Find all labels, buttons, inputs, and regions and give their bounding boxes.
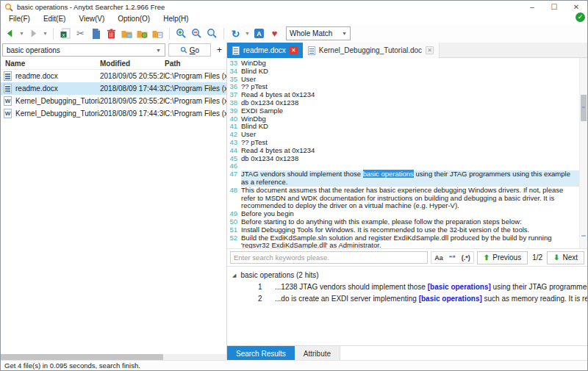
document-line: 40WinDbg <box>227 115 579 123</box>
text-run: Before starting to do anything with this… <box>241 217 522 226</box>
file-name-cell: Kernel_Debugging_Tutorial.... <box>1 96 100 106</box>
column-header-path[interactable]: Path <box>165 60 226 68</box>
menu-item-edit[interactable]: Edit(E) <box>37 15 73 23</box>
result-item[interactable]: 2...do is create an EXDI server implemen… <box>227 292 587 304</box>
menu-item-option[interactable]: Option(O) <box>111 15 157 23</box>
file-name-cell: readme.docx <box>1 84 100 93</box>
bottom-tab-bar: Search ResultsAttribute <box>227 345 587 360</box>
line-text: User <box>241 76 579 84</box>
text-run: Before you begin <box>241 209 294 217</box>
file-row[interactable]: Kernel_Debugging_Tutorial....2018/08/09 … <box>1 107 226 120</box>
document-tab[interactable]: readme.docx✕ <box>227 43 303 58</box>
column-header-modified[interactable]: Modified <box>100 60 165 68</box>
find-bar: Aa “” (.*) ⬆ Previous 1/2 ⬇ Next <box>227 249 587 266</box>
delete-icon[interactable] <box>104 26 118 40</box>
file-row[interactable]: readme.docx2018/08/09 17:44:32C:\Program… <box>1 82 226 95</box>
maximize-button[interactable]: ☐ <box>543 1 565 13</box>
menu-item-view[interactable]: View(V) <box>72 15 111 23</box>
file-name: readme.docx <box>15 84 58 93</box>
find-keywords-input[interactable] <box>230 251 428 264</box>
text-run: JTAG vendors should implement those <box>241 170 363 178</box>
next-match-button[interactable]: ⬇ Next <box>547 251 584 264</box>
forward-icon[interactable] <box>26 26 40 40</box>
document-tab[interactable]: Kernel_Debugging_Tutorial.doc✕ <box>303 43 440 58</box>
text-run: ...do is create an EXDI server implement… <box>275 295 419 303</box>
zoom-in-icon[interactable] <box>174 26 188 40</box>
export-icon[interactable]: x <box>58 26 72 40</box>
close-button[interactable]: ✕ <box>565 1 587 13</box>
back-dropdown-icon[interactable]: ▼ <box>18 31 25 36</box>
tab-attribute[interactable]: Attribute <box>295 346 340 361</box>
go-button[interactable]: Go <box>168 43 211 57</box>
toolbar-separator <box>169 28 170 40</box>
open-folder-icon[interactable] <box>120 26 134 40</box>
tab-close-icon[interactable]: ✕ <box>426 46 434 54</box>
word-document-icon <box>308 46 315 55</box>
line-number: 39 <box>227 107 241 115</box>
search-icon[interactable] <box>205 26 219 40</box>
search-query-value: basic operations <box>7 46 60 54</box>
menu-item-help[interactable]: Help(H) <box>157 15 195 23</box>
toolbar-separator <box>53 28 54 40</box>
folder-preview-icon[interactable] <box>135 26 149 40</box>
line-text: db 0x1234 0x1238 <box>241 155 579 163</box>
font-icon[interactable]: A <box>252 26 266 40</box>
file-list-horizontal-scrollbar[interactable] <box>1 354 226 360</box>
document-line: 45db 0x1234 0x1238 <box>227 155 579 163</box>
status-text: Get 4 file(s) in 0.095 seconds, search f… <box>4 361 140 370</box>
column-header-name[interactable]: Name <box>1 60 100 68</box>
tree-expand-icon[interactable]: ◢ <box>232 273 236 278</box>
menu-item-file[interactable]: File(F) <box>2 15 37 23</box>
scrollbar-thumb[interactable] <box>1 354 163 360</box>
refresh-dropdown-icon[interactable]: ▼ <box>244 31 251 36</box>
file-name-cell: readme.docx <box>1 71 100 81</box>
text-run: Blind KD <box>241 67 268 75</box>
text-run: Blind KD <box>241 122 268 130</box>
match-case-button[interactable]: Aa <box>431 254 446 262</box>
match-mode-select[interactable]: Whole Match ▼ <box>286 26 351 40</box>
search-icon <box>180 46 187 54</box>
refresh-icon[interactable]: ↻ <box>229 26 243 40</box>
file-path-cell: C:\Program Files (x86)\ <box>165 84 226 93</box>
add-search-tab-button[interactable]: + <box>214 43 225 57</box>
whole-word-button[interactable]: “” <box>446 254 459 262</box>
result-group-row[interactable]: ◢ basic operations (2 hits) <box>227 270 587 281</box>
file-row[interactable]: Kernel_Debugging_Tutorial....2018/09/05 … <box>1 95 226 107</box>
back-icon[interactable] <box>3 26 17 40</box>
forward-dropdown-icon[interactable]: ▼ <box>42 31 49 36</box>
file-modified-cell: 2018/08/09 17:44:32 <box>100 84 165 93</box>
tab-search-results[interactable]: Search Results <box>227 346 295 361</box>
result-item-text: ...1238 JTAG vendors should implement th… <box>275 283 587 291</box>
document-line: 33WinDbg <box>227 60 579 68</box>
text-run: EXDI Sample <box>241 107 283 115</box>
file-row[interactable]: readme.docx2018/09/05 20:55:28C:\Program… <box>1 70 226 82</box>
favorite-heart-icon[interactable]: ♥ <box>268 26 282 40</box>
cut-icon[interactable]: ✂ <box>74 26 87 40</box>
match-mode-value: Whole Match <box>290 29 332 37</box>
copy-document-icon[interactable] <box>89 26 103 40</box>
folder-copy-icon[interactable] <box>151 26 165 40</box>
result-item[interactable]: 1...1238 JTAG vendors should implement t… <box>227 281 587 292</box>
text-run: WinDbg <box>241 59 266 67</box>
minimize-button[interactable]: – <box>521 1 543 13</box>
arrow-up-icon: ⬆ <box>484 253 490 262</box>
document-tab-bar: readme.docx✕Kernel_Debugging_Tutorial.do… <box>227 43 587 58</box>
line-number: 51 <box>227 226 241 234</box>
text-run: db 0x1234 0x1238 <box>241 98 298 107</box>
tab-close-icon[interactable]: ✕ <box>290 46 298 54</box>
zoom-out-icon[interactable] <box>190 26 204 40</box>
document-vertical-scrollbar[interactable] <box>579 58 587 248</box>
previous-match-button[interactable]: ⬆ Previous <box>477 251 528 264</box>
scrollbar-hit-marker <box>581 235 586 237</box>
line-text: db 0x1234 0x1238 <box>241 99 579 107</box>
result-item-number: 1 <box>258 283 275 291</box>
file-list-header[interactable]: Name Modified Path <box>1 57 226 70</box>
file-list-panel: basic operations ▼ Go + Name Modified Pa… <box>1 43 227 360</box>
file-name: Kernel_Debugging_Tutorial.... <box>15 109 100 118</box>
regex-button[interactable]: (.*) <box>459 254 473 262</box>
scrollbar-thumb[interactable] <box>581 95 587 121</box>
line-text: WinDbg <box>241 60 579 68</box>
word-document-icon <box>4 84 12 93</box>
file-path-cell: C:\Program Files (x86)\ <box>165 72 226 80</box>
search-query-input[interactable]: basic operations ▼ <box>2 43 165 57</box>
